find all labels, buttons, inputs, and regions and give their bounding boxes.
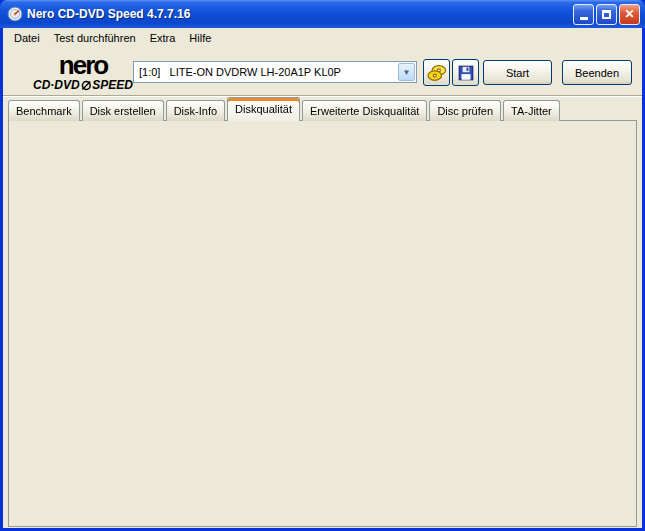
logo-cddvd: CD·DVD — [33, 79, 80, 91]
quit-button[interactable]: Beenden — [562, 60, 632, 85]
logo-speed: SPEED — [92, 79, 133, 91]
app-icon — [7, 6, 23, 22]
start-button[interactable]: Start — [483, 60, 552, 85]
tab-disk-info[interactable]: Disk-Info — [166, 100, 225, 121]
chevron-down-icon[interactable]: ▼ — [398, 63, 415, 81]
save-button[interactable] — [452, 59, 479, 86]
nero-logo-subtext: CD·DVD SPEED — [33, 79, 133, 91]
drive-select-value: [1:0] LITE-ON DVDRW LH-20A1P KL0P — [134, 66, 397, 78]
close-button[interactable]: ✕ — [619, 4, 640, 25]
window-title: Nero CD-DVD Speed 4.7.7.16 — [27, 7, 571, 21]
tab-diskqualitaet[interactable]: Diskqualität — [227, 97, 300, 121]
tab-ta-jitter[interactable]: TA-Jitter — [503, 100, 560, 121]
minimize-button[interactable] — [573, 4, 594, 25]
tab-benchmark[interactable]: Benchmark — [8, 100, 80, 121]
maximize-button[interactable] — [596, 4, 617, 25]
disc-icon — [81, 80, 92, 91]
menu-hilfe[interactable]: Hilfe — [182, 30, 218, 46]
maximize-icon — [602, 10, 611, 19]
app-window: Nero CD-DVD Speed 4.7.7.16 ✕ Datei Test … — [0, 0, 645, 531]
menubar: Datei Test durchführen Extra Hilfe — [3, 28, 642, 48]
minimize-icon — [580, 17, 588, 20]
drive-select[interactable]: [1:0] LITE-ON DVDRW LH-20A1P KL0P ▼ — [133, 61, 417, 83]
titlebar[interactable]: Nero CD-DVD Speed 4.7.7.16 ✕ — [0, 0, 645, 28]
menu-test-durchfuehren[interactable]: Test durchführen — [47, 30, 143, 46]
toolbar-separator — [3, 95, 642, 97]
close-icon: ✕ — [624, 8, 634, 20]
nero-logo: nero CD·DVD SPEED — [33, 52, 133, 91]
save-icon — [457, 64, 475, 82]
nero-logo-text: nero — [33, 52, 133, 78]
menu-extra[interactable]: Extra — [143, 30, 183, 46]
tab-disc-pruefen[interactable]: Disc prüfen — [429, 100, 501, 121]
tab-strip: Benchmark Disk erstellen Disk-Info Diskq… — [8, 99, 562, 121]
tab-erweiterte-diskqualitaet[interactable]: Erweiterte Diskqualität — [302, 100, 427, 121]
menu-datei[interactable]: Datei — [7, 30, 47, 46]
tab-disk-erstellen[interactable]: Disk erstellen — [82, 100, 164, 121]
diskqualitaet-page — [8, 120, 637, 527]
eject-disc-icon — [427, 63, 447, 83]
eject-button[interactable] — [423, 59, 450, 86]
